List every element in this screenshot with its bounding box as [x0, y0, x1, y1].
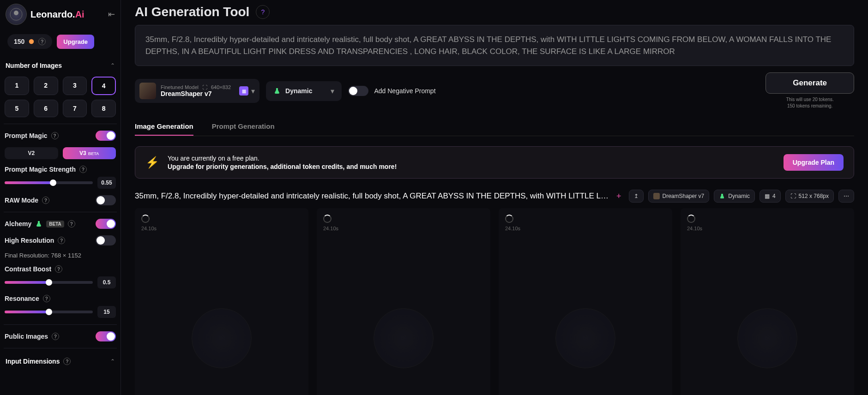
num-6-button[interactable]: 6	[34, 100, 58, 117]
main-header: AI Generation Tool ?	[135, 5, 854, 19]
raw-mode-toggle[interactable]	[96, 195, 116, 205]
credits-row: 150 ? Upgrade	[4, 30, 117, 53]
chevron-up-icon[interactable]: ⌃	[110, 62, 115, 69]
banner-text: You are currently on a free plan. Upgrad…	[168, 155, 775, 170]
help-icon[interactable]: ?	[55, 265, 62, 273]
help-icon[interactable]: ?	[42, 197, 49, 204]
num-7-button[interactable]: 7	[63, 100, 87, 117]
image-card[interactable]: 24.10s	[135, 208, 308, 395]
generation-info-row: 35mm, F/2.8, Incredibly hyper-detailed a…	[135, 190, 854, 203]
chevron-down-icon[interactable]: ▾	[331, 87, 334, 96]
svg-rect-3	[653, 193, 660, 199]
help-icon[interactable]: ?	[38, 38, 46, 45]
dims-chip[interactable]: ⛶ 512 x 768px	[785, 190, 834, 203]
high-resolution-row: High Resolution ?	[5, 235, 116, 245]
help-icon[interactable]: ?	[68, 220, 75, 227]
help-icon[interactable]: ?	[63, 358, 71, 365]
token-icon	[28, 38, 35, 45]
page-title: AI Generation Tool	[135, 5, 249, 19]
num-1-button[interactable]: 1	[5, 77, 29, 95]
chevron-down-icon[interactable]: ▾	[251, 87, 255, 96]
upgrade-button[interactable]: Upgrade	[57, 35, 94, 49]
placeholder-logo-icon	[192, 308, 252, 368]
prompt-text[interactable]: 35mm, F/2.8, Incredibly hyper-detailed a…	[145, 34, 844, 57]
negative-prompt-toggle[interactable]	[348, 86, 368, 96]
generate-button[interactable]: Generate	[766, 72, 854, 94]
resonance-slider[interactable]: 15	[5, 306, 116, 318]
plus-icon[interactable]: +	[614, 192, 624, 201]
help-icon[interactable]: ?	[79, 166, 87, 173]
sidebar: Leonardo.Ai ⇤ 150 ? Upgrade Number of Im…	[0, 0, 121, 395]
v2-button[interactable]: V2	[5, 147, 58, 159]
upgrade-banner: ⚡ You are currently on a free plan. Upgr…	[135, 146, 854, 179]
brand-name: Leonardo.Ai	[30, 9, 84, 20]
section-header[interactable]: Number of Images ⌃	[5, 59, 116, 72]
high-resolution-toggle[interactable]	[96, 235, 116, 245]
upload-chip[interactable]: ↥	[629, 190, 644, 203]
raw-mode-row: RAW Mode ?	[5, 195, 116, 205]
placeholder-logo-icon	[374, 308, 434, 368]
divider	[4, 324, 117, 325]
upload-icon: ↥	[634, 193, 639, 199]
num-2-button[interactable]: 2	[34, 77, 58, 95]
help-icon[interactable]: ?	[51, 132, 59, 139]
style-selector[interactable]: Dynamic ▾	[266, 81, 342, 101]
prompt-magic-strength-slider[interactable]: 0.55	[5, 177, 116, 189]
image-card[interactable]: 24.10s	[499, 208, 672, 395]
image-time: 24.10s	[141, 226, 157, 231]
credits-chip[interactable]: 150 ?	[7, 34, 52, 49]
help-badge[interactable]: ?	[256, 5, 270, 19]
help-icon[interactable]: ?	[52, 333, 59, 340]
style-chip[interactable]: Dynamic	[714, 190, 755, 203]
model-type-label: Finetuned Model	[161, 84, 199, 90]
input-dimensions-label: Input Dimensions ?	[6, 358, 71, 365]
upgrade-plan-button[interactable]: Upgrade Plan	[784, 154, 844, 171]
input-dimensions-section: Input Dimensions ? ⌃	[4, 355, 117, 368]
negative-prompt-row: Add Negative Prompt	[348, 86, 435, 96]
dims-icon: ⛶	[202, 84, 207, 90]
alchemy-toggle[interactable]	[96, 219, 116, 229]
final-resolution-text: Final Resolution: 768 × 1152	[5, 252, 116, 259]
chevron-up-icon[interactable]: ⌃	[110, 358, 115, 365]
prompt-magic-strength-label: Prompt Magic Strength ?	[5, 166, 116, 173]
version-row: V2 V3BETA	[5, 147, 116, 159]
prompt-input-box[interactable]: 35mm, F/2.8, Incredibly hyper-detailed a…	[135, 25, 854, 66]
count-chip[interactable]: ▦ 4	[760, 190, 781, 203]
prompt-magic-toggle[interactable]	[96, 131, 116, 141]
generate-column: Generate This will use 20 tokens. 150 to…	[766, 72, 854, 109]
v3-button[interactable]: V3BETA	[63, 147, 116, 159]
public-images-row: Public Images ?	[5, 331, 116, 341]
style-name: Dynamic	[285, 87, 312, 95]
layers-icon[interactable]: ▦	[239, 86, 248, 96]
tabs: Image Generation Prompt Generation	[135, 118, 854, 136]
collapse-sidebar-icon[interactable]: ⇤	[108, 9, 115, 19]
number-grid: 1 2 3 4 5 6 7 8	[5, 77, 116, 117]
brand-logo[interactable]: Leonardo.Ai	[6, 4, 84, 25]
image-card[interactable]: 24.10s	[317, 208, 490, 395]
contrast-boost-slider[interactable]: 0.5	[5, 276, 116, 288]
section-header[interactable]: Input Dimensions ? ⌃	[5, 355, 116, 368]
num-4-button[interactable]: 4	[91, 77, 116, 95]
tab-image-generation[interactable]: Image Generation	[135, 118, 193, 136]
brand-logo-icon	[6, 4, 27, 25]
num-3-button[interactable]: 3	[63, 77, 87, 95]
alchemy-label: Alchemy BETA ?	[5, 220, 75, 227]
svg-point-1	[14, 11, 18, 15]
num-5-button[interactable]: 5	[5, 100, 29, 117]
alchemy-row: Alchemy BETA ?	[5, 219, 116, 229]
model-chip[interactable]: DreamShaper v7	[648, 190, 710, 203]
prompt-magic-label: Prompt Magic ?	[5, 132, 59, 139]
tab-prompt-generation[interactable]: Prompt Generation	[212, 118, 275, 136]
negative-prompt-label: Add Negative Prompt	[374, 87, 435, 95]
more-icon: ⋯	[844, 193, 849, 199]
image-time: 24.10s	[323, 226, 338, 231]
public-images-toggle[interactable]	[96, 331, 116, 341]
more-chip[interactable]: ⋯	[838, 190, 854, 203]
help-icon[interactable]: ?	[43, 295, 50, 302]
model-selector[interactable]: Finetuned Model ⛶640×832 DreamShaper v7 …	[135, 79, 259, 103]
image-card[interactable]: 24.10s	[681, 208, 854, 395]
prompt-magic-row: Prompt Magic ?	[5, 131, 116, 141]
num-8-button[interactable]: 8	[91, 100, 116, 117]
help-icon[interactable]: ?	[58, 237, 65, 244]
flask-icon	[35, 220, 42, 227]
